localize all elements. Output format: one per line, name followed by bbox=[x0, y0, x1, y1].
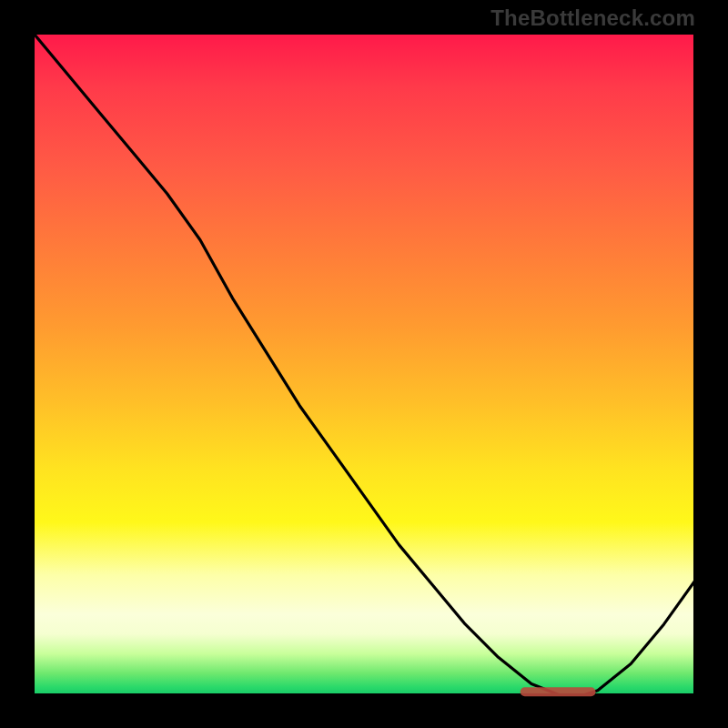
plot-area bbox=[33, 33, 695, 695]
watermark-text: TheBottleneck.com bbox=[490, 5, 695, 31]
chart-stage: TheBottleneck.com bbox=[0, 0, 728, 728]
chart-overlay bbox=[35, 35, 697, 697]
data-curve bbox=[35, 35, 697, 697]
